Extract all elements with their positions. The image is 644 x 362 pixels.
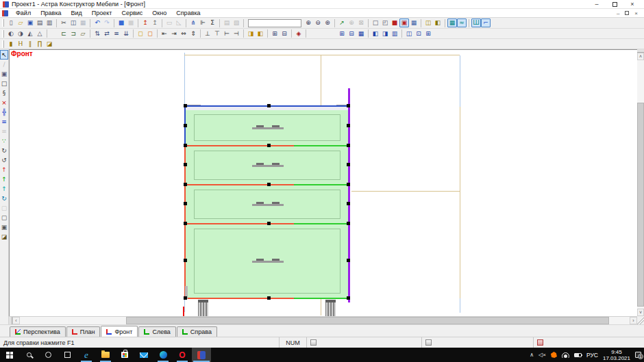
- drawer-handle[interactable]: [252, 127, 284, 129]
- selection-handle[interactable]: [267, 222, 271, 225]
- link-edges-button[interactable]: ◻: [145, 29, 155, 38]
- selection-handle[interactable]: [267, 183, 271, 186]
- selection-handle[interactable]: [347, 259, 350, 262]
- add-frame-button[interactable]: ∏: [35, 40, 45, 49]
- spacing-horizontal-button[interactable]: ⇤: [160, 29, 169, 38]
- show-materials-button[interactable]: ▦: [447, 18, 457, 27]
- drawer-separator-red[interactable]: [184, 223, 294, 224]
- drawer-separator-green[interactable]: [294, 298, 350, 299]
- cut-button[interactable]: ✂: [59, 18, 69, 27]
- look-at-button[interactable]: ⊐: [69, 29, 78, 38]
- tray-expand-icon[interactable]: ∧: [530, 352, 534, 358]
- sketch-plane-button[interactable]: ▱: [78, 29, 88, 38]
- opera-button[interactable]: O: [173, 348, 192, 362]
- selection-handle[interactable]: [347, 202, 350, 205]
- offset-panel-button[interactable]: ◨: [246, 29, 256, 38]
- view-hidden-lines-button[interactable]: ◰: [380, 18, 390, 27]
- open-file-button[interactable]: ▱: [16, 18, 25, 27]
- spacing-vertical-button[interactable]: ⇥: [169, 29, 179, 38]
- snap-corner-button[interactable]: ⌐: [481, 18, 491, 27]
- drawer-handle[interactable]: [252, 204, 284, 206]
- support-stand-gray-button[interactable]: ↥: [150, 18, 160, 27]
- copy-button[interactable]: ◫: [69, 18, 78, 27]
- cabinet-leg[interactable]: [325, 300, 336, 316]
- grid-insert-button[interactable]: ⊞: [270, 29, 280, 38]
- minimize-icon[interactable]: –: [593, 1, 600, 8]
- selection-handle[interactable]: [347, 144, 350, 147]
- align-bottom-button[interactable]: ⊥: [203, 29, 212, 38]
- view-box-button[interactable]: ▣: [0, 69, 8, 79]
- clock[interactable]: 9:4517.03.2021: [603, 349, 630, 361]
- rotate-cw-button[interactable]: ↻: [0, 146, 8, 155]
- edit-points-button[interactable]: ∵: [0, 136, 8, 146]
- resize-grip[interactable]: [637, 316, 644, 324]
- cabinet-edge-right-purple[interactable]: [348, 88, 350, 302]
- selection-handle[interactable]: [184, 259, 187, 262]
- tab-axes-3d[interactable]: Перспектива: [10, 326, 66, 337]
- paste-button[interactable]: ▦: [78, 18, 88, 27]
- section-grid-button[interactable]: ⊞: [423, 29, 433, 38]
- selection-handle[interactable]: [347, 296, 350, 300]
- file-explorer-button[interactable]: [96, 348, 115, 362]
- cortana-button[interactable]: [38, 348, 58, 362]
- cell-split-horizontal-button[interactable]: ⊞: [337, 29, 347, 38]
- notification-center[interactable]: 1: [635, 352, 641, 358]
- orbit-roll-button[interactable]: △: [35, 29, 45, 38]
- view-solid-edges-button[interactable]: ▣: [399, 18, 409, 27]
- move-object-button[interactable]: ╬: [0, 107, 8, 117]
- draw-slope-button[interactable]: ◺: [174, 18, 184, 27]
- search-button[interactable]: [19, 348, 38, 362]
- redo-button[interactable]: ↷: [102, 18, 112, 27]
- cabinet-properties-button[interactable]: ◪: [0, 232, 8, 242]
- delete-object-button[interactable]: ×: [0, 98, 8, 107]
- save-file-button[interactable]: ▣: [25, 18, 35, 27]
- view-textured-button[interactable]: ▦: [409, 18, 419, 27]
- selection-handle[interactable]: [347, 124, 350, 127]
- mdi-child-icon[interactable]: [2, 10, 8, 16]
- zoom-clear-button[interactable]: ⊠: [356, 18, 366, 27]
- cell-merge-right-button[interactable]: ◨: [380, 29, 390, 38]
- selection-handle[interactable]: [184, 144, 187, 147]
- selection-handle[interactable]: [184, 163, 187, 166]
- menu-правка[interactable]: Правка: [36, 10, 66, 16]
- selection-handle[interactable]: [267, 144, 271, 147]
- menu-сервис[interactable]: Сервис: [117, 10, 148, 16]
- v-scroll-thumb[interactable]: [637, 103, 644, 307]
- task-view-button[interactable]: [58, 348, 77, 362]
- align-top-button[interactable]: ⊤: [212, 29, 222, 38]
- drawer-handle[interactable]: [252, 261, 284, 263]
- support-stand-red-button[interactable]: ↥: [140, 18, 150, 27]
- astra-app-button[interactable]: [192, 348, 211, 362]
- add-side-panel-button[interactable]: ▮: [6, 40, 16, 49]
- selection-handle[interactable]: [347, 104, 350, 107]
- drawer-separator-green[interactable]: [294, 184, 350, 185]
- drawer-handle[interactable]: [252, 165, 284, 167]
- selection-handle[interactable]: [267, 104, 271, 107]
- internet-explorer-button[interactable]: e: [77, 348, 96, 362]
- mdi-close-icon[interactable]: ×: [634, 10, 638, 16]
- mdi-minimize-icon[interactable]: –: [617, 10, 619, 16]
- drawer-separator-red[interactable]: [184, 184, 294, 185]
- print-preview-button[interactable]: ▥: [45, 18, 54, 27]
- selection-handle[interactable]: [184, 222, 187, 225]
- rotate-ccw-button[interactable]: ↺: [0, 155, 8, 165]
- report-2-button[interactable]: ▧: [232, 18, 241, 27]
- align-left-button[interactable]: ⊢: [222, 29, 232, 38]
- align-right-button[interactable]: ⊣: [232, 29, 241, 38]
- distribute-multi-button[interactable]: ◈: [294, 29, 304, 38]
- show-grid-button[interactable]: Ш: [471, 18, 481, 27]
- close-icon[interactable]: ×: [629, 1, 636, 8]
- cell-split-both-button[interactable]: ▦: [356, 29, 366, 38]
- selection-handle[interactable]: [184, 124, 187, 127]
- antivirus-icon[interactable]: [551, 352, 557, 358]
- mail-button[interactable]: [134, 348, 153, 362]
- grid-remove-button[interactable]: ⊟: [280, 29, 289, 38]
- drawer-separator-green[interactable]: [294, 145, 350, 146]
- print-button[interactable]: ▤: [35, 18, 45, 27]
- add-partition-set-button[interactable]: ∥: [25, 40, 35, 49]
- link-panels-button[interactable]: ◻: [136, 29, 145, 38]
- maximize-icon[interactable]: [611, 1, 618, 8]
- fittings-button[interactable]: ⋔: [188, 18, 198, 27]
- wifi-icon[interactable]: [562, 352, 569, 358]
- orbit-free-button[interactable]: ◐: [6, 29, 16, 38]
